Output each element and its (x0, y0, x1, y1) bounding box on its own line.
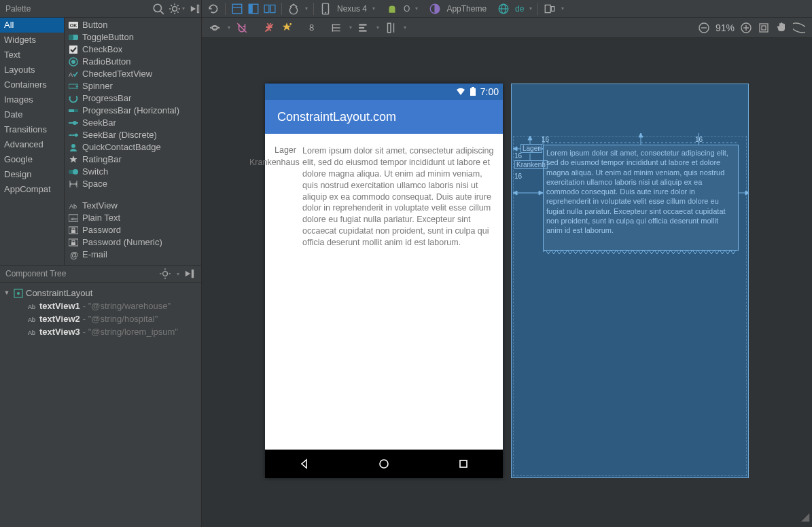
chevron-down-icon[interactable]: ▾ (415, 5, 418, 12)
ctree-item-hint: - "@string/warehouse" (83, 299, 171, 312)
palette-widget[interactable]: ToggleButton (65, 31, 201, 43)
palette-widget[interactable]: Password (65, 224, 201, 236)
bp-textview-lorem[interactable]: Lorem ipsum dolor sit amet, consectetur … (543, 145, 739, 251)
gear-icon[interactable] (159, 268, 171, 280)
palette-category[interactable]: Text (0, 48, 64, 62)
align-icon[interactable] (357, 22, 370, 34)
guidelines-icon[interactable] (385, 22, 397, 34)
chevron-down-icon[interactable]: ▾ (182, 5, 185, 12)
widget-label: TextView (82, 200, 118, 212)
palette-category[interactable]: Advanced (0, 137, 64, 152)
palette-widget[interactable]: Spinner (65, 80, 201, 92)
magnet-icon[interactable] (236, 22, 248, 34)
palette-widget[interactable]: ACheckedTextView (65, 68, 201, 80)
zoom-out-icon[interactable] (698, 22, 710, 34)
chevron-down-icon[interactable]: ▾ (561, 5, 564, 12)
design-surface[interactable]: 7:00 ConstraintLayout.com Lager Krankenh… (202, 38, 812, 527)
palette-widget[interactable]: QuickContactBadge (65, 141, 201, 153)
palette-widget[interactable]: abcPlain Text (65, 212, 201, 224)
palette-category[interactable]: Design (0, 167, 64, 182)
palette-category[interactable]: Date (0, 107, 64, 122)
palette-category[interactable]: Images (0, 92, 64, 107)
search-icon[interactable] (152, 3, 164, 15)
svg-rect-15 (249, 4, 253, 14)
widget-label: CheckBox (82, 43, 122, 56)
design-preview[interactable]: 7:00 ConstraintLayout.com Lager Krankenh… (265, 84, 503, 478)
orientation-icon[interactable] (287, 3, 300, 15)
svg-text:Ab: Ab (28, 316, 35, 323)
pan-icon[interactable] (775, 22, 788, 34)
bp-label-lager[interactable]: Lager (520, 144, 542, 153)
preview-blueprint-icon[interactable] (247, 3, 260, 15)
resize-handle-icon[interactable]: ◢ (801, 510, 808, 523)
zoom-in-icon[interactable] (740, 22, 752, 34)
palette-widget[interactable]: Password (Numeric) (65, 236, 201, 249)
ctree-root[interactable]: ▼ ConstraintLayout (3, 287, 198, 299)
ctree-item[interactable]: AbtextView2 - "@string/hospital" (3, 312, 198, 325)
palette-category[interactable]: Google (0, 152, 64, 167)
zoom-level[interactable]: 91% (716, 22, 735, 33)
component-tree-title: Component Tree (5, 269, 66, 278)
collapse-left-icon[interactable] (189, 3, 201, 15)
palette-widget[interactable]: Space (65, 178, 201, 190)
preview-both-icon[interactable] (264, 3, 276, 15)
api-level[interactable]: O (404, 4, 410, 14)
device-name[interactable]: Nexus 4 (337, 4, 367, 14)
infer-constraints-icon[interactable] (281, 22, 293, 34)
palette-widget[interactable]: RatingBar (65, 153, 201, 166)
home-icon[interactable] (378, 458, 390, 470)
palette-category[interactable]: Layouts (0, 62, 64, 77)
palette-widget[interactable]: SeekBar (Discrete) (65, 129, 201, 141)
chevron-down-icon[interactable]: ▾ (177, 271, 179, 277)
palette-category[interactable]: All (0, 18, 64, 33)
palette-widget[interactable]: ProgressBar (Horizontal) (65, 105, 201, 117)
default-margin-value[interactable]: 8 (309, 22, 314, 33)
palette-widget[interactable]: RadioButton (65, 56, 201, 68)
palette-widget[interactable]: CheckBox (65, 43, 201, 56)
locale-name[interactable]: de (515, 4, 524, 14)
chevron-down-icon[interactable]: ▾ (529, 5, 532, 12)
svg-rect-77 (72, 240, 75, 242)
error-panel-icon[interactable] (793, 22, 805, 34)
collapse-left-icon[interactable] (183, 268, 196, 280)
clear-constraints-icon[interactable] (263, 22, 275, 34)
chevron-down-icon[interactable]: ▾ (228, 24, 230, 31)
palette-widget[interactable]: AbTextView (65, 200, 201, 212)
textview-lager[interactable]: Lager (275, 145, 296, 156)
palette-widget[interactable]: @E-mail (65, 249, 201, 261)
pack-icon[interactable] (330, 22, 342, 34)
gear-icon[interactable] (169, 3, 181, 15)
palette-widget[interactable]: SeekBar (65, 117, 201, 129)
palette-category[interactable]: AppCompat (0, 182, 64, 197)
preview-design-icon[interactable] (231, 3, 243, 15)
palette-widget[interactable]: OKButton (65, 19, 201, 31)
wifi-icon (456, 87, 465, 96)
blueprint-preview[interactable]: Lager Krankenh 16 16 16 16 Lorem ipsum d… (511, 84, 749, 478)
palette-widget[interactable]: ProgressBar (65, 92, 201, 105)
ctree-item[interactable]: AbtextView3 - "@string/lorem_ipsum" (3, 325, 198, 338)
palette-category[interactable]: Widgets (0, 33, 64, 48)
view-options-icon[interactable] (209, 22, 221, 34)
zoom-fit-icon[interactable] (758, 22, 770, 34)
chevron-down-icon[interactable]: ▾ (376, 24, 379, 31)
chevron-down-icon[interactable]: ▾ (349, 24, 352, 31)
palette-category[interactable]: Transitions (0, 122, 64, 137)
recents-icon[interactable] (457, 458, 470, 470)
chevron-down-icon[interactable]: ▾ (404, 24, 406, 31)
svg-rect-78 (71, 242, 75, 245)
fragment-icon[interactable] (544, 3, 556, 15)
refresh-icon[interactable] (207, 3, 219, 15)
palette-widget[interactable]: Switch (65, 166, 201, 178)
theme-name[interactable]: AppTheme (446, 4, 487, 14)
chevron-down-icon[interactable]: ▾ (372, 5, 375, 12)
textview-lorem[interactable]: Lorem ipsum dolor sit amet, consectetur … (302, 145, 495, 249)
palette-category[interactable]: Containers (0, 77, 64, 92)
ctree-item[interactable]: AbtextView1 - "@string/warehouse" (3, 299, 198, 312)
progress-icon (69, 94, 78, 103)
back-icon[interactable] (298, 458, 311, 470)
svg-point-52 (71, 60, 75, 64)
chevron-down-icon[interactable]: ▾ (305, 5, 308, 12)
svg-rect-11 (197, 5, 198, 12)
textview-krankenhaus[interactable]: Krankenhaus (249, 157, 300, 168)
design-content[interactable]: Lager Krankenhaus Lorem ipsum dolor sit … (265, 134, 503, 450)
